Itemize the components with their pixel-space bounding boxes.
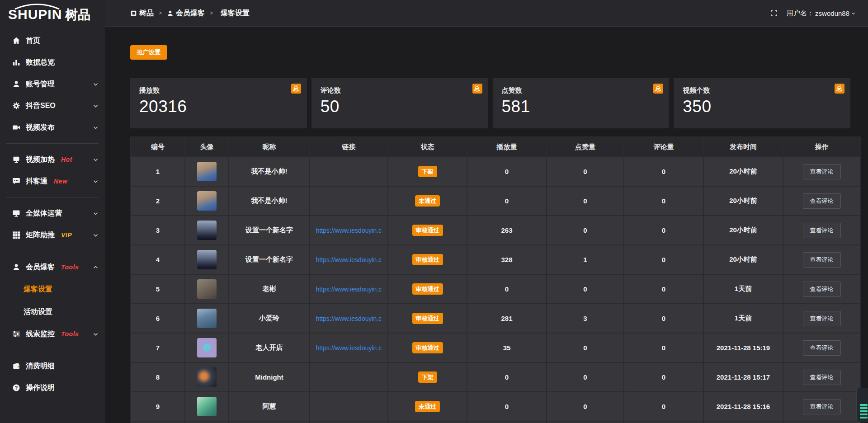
sidebar-item-member-baoke[interactable]: 会员爆客Tools <box>0 256 105 278</box>
cell-time: 1天前 <box>704 304 783 333</box>
app-logo: SHUPIN 树品 <box>0 0 105 28</box>
cell-action: 查看评论 <box>783 392 860 421</box>
cell-status: 审核通过 <box>388 275 467 303</box>
cell-nickname: 设置一个新名字 <box>229 216 309 244</box>
app-icon <box>130 10 137 17</box>
cell-likes: 0 <box>547 157 623 186</box>
sidebar-item-clue-monitor[interactable]: 线索监控Tools <box>0 323 105 345</box>
promo-settings-button[interactable]: 推广设置 <box>130 45 167 60</box>
topbar: 树品>会员爆客>爆客设置 用户名： zswodun88 <box>105 0 868 27</box>
sidebar-item-badge: New <box>54 178 67 185</box>
cell-comments: 0 <box>624 363 703 391</box>
widget-stripe <box>860 410 868 412</box>
column-header: 状态 <box>388 137 467 156</box>
sidebar-item-home[interactable]: 首页 <box>0 30 105 52</box>
view-comments-button[interactable]: 查看评论 <box>803 252 841 268</box>
cell-link: https://www.iesdouyin.c <box>310 245 387 274</box>
status-badge: 审核通过 <box>412 313 443 324</box>
chevron-down-icon <box>93 81 99 87</box>
sidebar-item-matrix-boost[interactable]: 矩阵助推VIP <box>0 224 105 246</box>
user-menu[interactable]: 用户名： zswodun88 <box>787 9 856 18</box>
cell-link: https://www.iesdouyin.c <box>310 275 387 303</box>
sidebar-item-consume-detail[interactable]: 消费明细 <box>0 355 105 377</box>
chevron-down-icon <box>93 157 99 163</box>
cell-time: 20小时前 <box>704 157 783 186</box>
cell-time: 20小时前 <box>704 216 783 244</box>
breadcrumb-item-member-baoke[interactable]: 会员爆客 <box>167 9 205 18</box>
cell-plays: 0 <box>467 392 546 421</box>
video-link[interactable]: https://www.iesdouyin.c <box>316 286 382 293</box>
column-header: 点赞量 <box>547 137 623 156</box>
fullscreen-icon[interactable] <box>770 9 778 17</box>
sidebar-nav: 首页数据总览账号管理抖音SEO视频发布视频加热Hot抖客通New全媒体运营矩阵助… <box>0 30 105 399</box>
sidebar-subitem-baoke-settings[interactable]: 爆客设置 <box>0 278 105 301</box>
user-icon <box>167 10 174 17</box>
view-comments-button[interactable]: 查看评论 <box>803 193 841 209</box>
cell-likes: 0 <box>547 187 623 215</box>
username-label: 用户名： <box>787 9 814 18</box>
widget-stripe <box>860 404 868 406</box>
video-link[interactable]: https://www.iesdouyin.c <box>316 315 382 322</box>
cell-time: 1天前 <box>704 275 783 303</box>
table-row: 5老彬https://www.iesdouyin.c审核通过0001天前查看评论 <box>131 275 860 303</box>
cell-likes: 1 <box>547 245 623 274</box>
sidebar-item-help[interactable]: ?操作说明 <box>0 377 105 399</box>
cell-nickname: 我不是小帅! <box>229 187 309 215</box>
view-comments-button[interactable]: 查看评论 <box>803 164 841 179</box>
sidebar-item-label: 数据总览 <box>26 58 55 67</box>
user-icon <box>12 263 20 272</box>
cell-avatar <box>185 363 228 391</box>
sidebar-item-media-operation[interactable]: 全媒体运营 <box>0 202 105 224</box>
sidebar-item-account-manage[interactable]: 账号管理 <box>0 73 105 95</box>
column-header: 链接 <box>310 137 387 156</box>
cell-number: 5 <box>131 275 184 303</box>
cell-avatar <box>185 245 228 274</box>
cell-status: 审核通过 <box>388 334 467 362</box>
sidebar-item-label: 全媒体运营 <box>26 209 62 218</box>
table-row: 2我不是小帅!未通过00020小时前查看评论 <box>131 187 860 215</box>
stat-card: 点赞数581总 <box>493 78 670 128</box>
stat-value: 350 <box>683 97 841 116</box>
cell-status: 未通过 <box>388 392 467 421</box>
view-comments-button[interactable]: 查看评论 <box>803 370 841 385</box>
stat-total-badge: 总 <box>835 84 844 94</box>
sidebar-item-video-publish[interactable]: 视频发布 <box>0 117 105 138</box>
sidebar-divider <box>6 197 99 197</box>
avatar <box>197 221 217 240</box>
sidebar-divider <box>6 350 99 350</box>
cell-status: 审核通过 <box>388 216 467 244</box>
table-row: 6小爱玲https://www.iesdouyin.c审核通过281301天前查… <box>131 304 860 333</box>
display-icon <box>12 155 20 164</box>
view-comments-button[interactable]: 查看评论 <box>803 399 841 414</box>
column-header: 昵称 <box>229 137 309 156</box>
view-comments-button[interactable]: 查看评论 <box>803 282 841 297</box>
breadcrumb-item-shupin[interactable]: 树品 <box>130 9 154 18</box>
video-link[interactable]: https://www.iesdouyin.c <box>316 256 382 263</box>
widget-stripe <box>860 414 868 415</box>
view-comments-button[interactable]: 查看评论 <box>803 223 841 238</box>
table-row: 8Midnight下架0002021-11-28 15:17查看评论 <box>131 363 860 391</box>
sidebar-item-video-heat[interactable]: 视频加热Hot <box>0 149 105 170</box>
video-link[interactable]: https://www.iesdouyin.c <box>316 344 382 352</box>
sidebar-item-data-overview[interactable]: 数据总览 <box>0 52 105 73</box>
cell-likes: 0 <box>547 334 623 362</box>
sidebar-item-douyin-seo[interactable]: 抖音SEO <box>0 95 105 117</box>
breadcrumb: 树品>会员爆客>爆客设置 <box>130 9 250 18</box>
monitor-icon <box>12 209 20 218</box>
sidebar-divider <box>6 143 99 144</box>
view-comments-button[interactable]: 查看评论 <box>803 340 841 356</box>
sidebar-subitem-activity-settings[interactable]: 活动设置 <box>0 301 105 323</box>
stat-card: 播放数20316总 <box>130 78 307 128</box>
status-badge: 审核通过 <box>412 225 443 236</box>
avatar <box>197 397 217 416</box>
gear-icon <box>12 102 20 110</box>
status-badge: 下架 <box>418 166 437 178</box>
status-badge: 审核通过 <box>412 283 443 295</box>
view-comments-button[interactable]: 查看评论 <box>803 311 841 326</box>
column-header: 发布时间 <box>704 137 783 156</box>
avatar <box>197 279 217 299</box>
cell-action: 查看评论 <box>783 275 860 303</box>
floating-widget[interactable] <box>856 388 868 422</box>
sidebar-item-douketong[interactable]: 抖客通New <box>0 170 105 192</box>
video-link[interactable]: https://www.iesdouyin.c <box>316 227 382 234</box>
